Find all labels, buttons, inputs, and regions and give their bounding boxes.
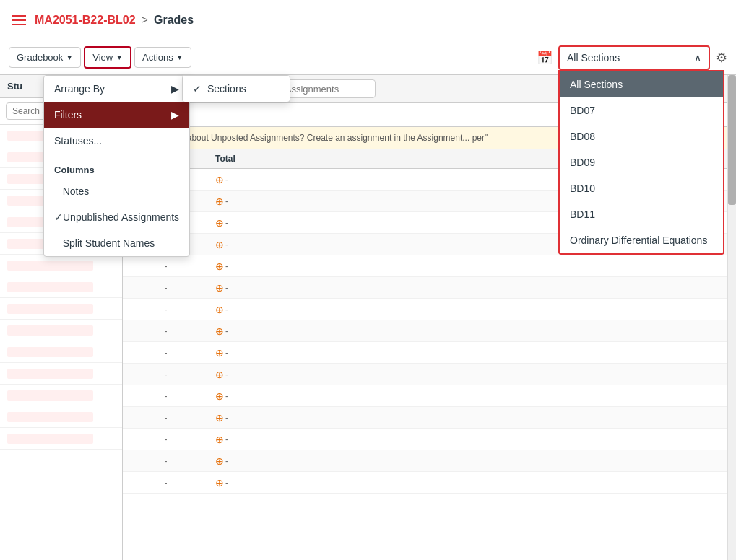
sections-option-bd09[interactable]: BD09	[560, 149, 723, 175]
sections-option-ode[interactable]: Ordinary Differential Equations	[560, 227, 723, 253]
list-item	[0, 341, 122, 363]
grade-cell-pts: -	[123, 280, 209, 296]
grade-cell-total: ⊕-	[209, 474, 282, 491]
breadcrumb-course[interactable]: MA2051-B22-BL02	[35, 14, 136, 27]
sections-option-bd07[interactable]: BD07	[560, 97, 723, 123]
toolbar: Gradebook ▼ View ▼ Actions ▼ 📅 All Secti…	[0, 40, 736, 75]
sections-select[interactable]: All Sections ∧	[558, 45, 710, 70]
view-statuses[interactable]: Statuses...	[44, 128, 189, 154]
grade-cell-total: ⊕-	[209, 214, 282, 232]
divider-1	[44, 157, 189, 157]
table-row: - ⊕-	[123, 450, 736, 472]
grade-cell-total: ⊕-	[209, 409, 282, 426]
gradebook-caret: ▼	[66, 53, 73, 61]
table-row: - ⊕-	[123, 364, 736, 385]
arrange-by-caret: ▶	[171, 83, 179, 95]
gear-button[interactable]: ⚙	[716, 50, 727, 66]
grade-cell-total: ⊕-	[209, 452, 282, 470]
grade-cell-total: ⊕-	[209, 323, 282, 340]
grade-cell-pts: -	[123, 345, 209, 361]
table-row: - ⊕-	[123, 277, 736, 299]
view-arrange-by[interactable]: Arrange By ▶	[44, 76, 189, 102]
unpublished-check: ✓	[54, 211, 63, 223]
list-item	[0, 298, 122, 320]
grade-cell-total: ⊕-	[209, 431, 282, 448]
grade-cell-total: ⊕-	[209, 388, 282, 405]
list-item	[0, 320, 122, 341]
sections-chevron-up: ∧	[694, 52, 701, 64]
table-row: - ⊕-	[123, 407, 736, 429]
grade-cell-pts: -	[123, 367, 209, 382]
col-header-total: Total	[209, 149, 282, 168]
sections-option-all[interactable]: All Sections	[560, 71, 723, 97]
view-caret: ▼	[116, 53, 123, 61]
grade-cell-total: ⊕-	[209, 366, 282, 383]
list-item	[0, 406, 122, 428]
grade-cell-pts: -	[123, 323, 209, 339]
grade-cell-total: ⊕-	[209, 171, 282, 188]
sections-option-bd08[interactable]: BD08	[560, 123, 723, 149]
top-bar: MA2051-B22-BL02 > Grades	[0, 0, 736, 40]
list-item	[0, 385, 122, 406]
grade-cell-total: ⊕-	[209, 236, 282, 253]
sections-submenu: ✓ Sections	[182, 75, 290, 102]
table-row: - ⊕-	[123, 320, 736, 342]
list-item	[0, 276, 122, 298]
view-button[interactable]: View ▼	[84, 46, 131, 69]
sections-selected-label: All Sections	[567, 52, 620, 64]
view-dropdown: Arrange By ▶ Filters ▶ Statuses... Colum…	[43, 75, 190, 257]
list-item	[0, 428, 122, 450]
grade-cell-pts: -	[123, 410, 209, 426]
view-split-names[interactable]: Split Student Names	[44, 230, 189, 256]
sections-option-bd10[interactable]: BD10	[560, 175, 723, 201]
view-unpublished[interactable]: ✓ Unpublished Assignments	[44, 204, 189, 230]
breadcrumb: MA2051-B22-BL02 > Grades	[35, 14, 194, 27]
table-row: - ⊕-	[123, 299, 736, 320]
view-notes[interactable]: Notes	[44, 178, 189, 204]
sections-wrapper: All Sections ∧ All Sections BD07 BD08 BD…	[558, 45, 710, 70]
breadcrumb-separator: >	[142, 14, 148, 27]
list-item	[0, 255, 122, 276]
table-row: - ⊕-	[123, 429, 736, 450]
scrollbar-thumb[interactable]	[728, 75, 736, 205]
grade-cell-pts: -	[123, 388, 209, 404]
toolbar-right: 📅 All Sections ∧ All Sections BD07 BD08 …	[537, 45, 727, 70]
grade-cell-pts: -	[123, 302, 209, 318]
table-row: - ⊕-	[123, 255, 736, 277]
breadcrumb-page: Grades	[154, 14, 194, 27]
calendar-icon: 📅	[537, 50, 553, 66]
table-row: - ⊕-	[123, 472, 736, 494]
actions-caret: ▼	[176, 53, 183, 61]
grade-cell-pts: -	[123, 258, 209, 274]
sections-scroll[interactable]: All Sections BD07 BD08 BD09 BD10 BD11 Or…	[560, 71, 723, 253]
filters-caret: ▶	[171, 109, 179, 121]
sections-check-icon: ✓	[193, 83, 202, 95]
table-row: - ⊕-	[123, 342, 736, 364]
hamburger-menu[interactable]	[12, 15, 26, 25]
grade-cell-pts: -	[123, 432, 209, 447]
list-item	[0, 363, 122, 385]
grade-cell-total: ⊕-	[209, 279, 282, 297]
columns-header: Columns	[44, 160, 189, 178]
table-row: - ⊕-	[123, 385, 736, 407]
grade-cell-pts: -	[123, 475, 209, 491]
sections-option-bd11[interactable]: BD11	[560, 201, 723, 227]
grade-cell-total: ⊕-	[209, 344, 282, 362]
grade-cell-total: ⊕-	[209, 301, 282, 318]
grade-cell-pts: -	[123, 453, 209, 469]
sections-submenu-item[interactable]: ✓ Sections	[183, 76, 290, 102]
grade-cell-total: ⊕-	[209, 258, 282, 275]
gradebook-button[interactable]: Gradebook ▼	[9, 47, 81, 68]
view-filters[interactable]: Filters ▶	[44, 102, 189, 128]
grade-cell-total: ⊕-	[209, 193, 282, 210]
right-scrollbar[interactable]	[727, 75, 736, 560]
sections-dropdown: All Sections BD07 BD08 BD09 BD10 BD11 Or…	[558, 70, 724, 255]
actions-button[interactable]: Actions ▼	[134, 47, 191, 68]
